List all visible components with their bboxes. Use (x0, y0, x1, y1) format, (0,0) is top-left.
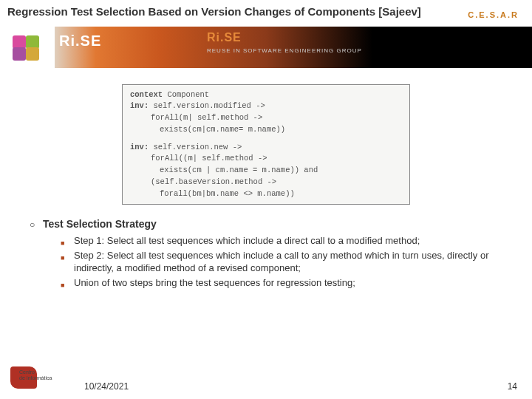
puzzle-piece-icon (13, 47, 26, 61)
code-line: forall(bm|bm.name <> m.name)) (130, 188, 402, 200)
code-line: forAll(m| self.method -> (130, 112, 402, 124)
bullet-square-icon: ■ (61, 253, 74, 262)
code-keyword: inv: (130, 101, 149, 110)
code-line: exists(cm | cm.name = m.name)) and (130, 165, 402, 177)
bullet-circle-icon: ○ (30, 219, 43, 230)
code-block: context Component inv: self.version.modi… (122, 84, 410, 205)
puzzle-piece-icon (26, 47, 39, 61)
banner: Ri.SE Ri.SE REUSE IN SOFTWARE ENGINEERIN… (0, 27, 532, 68)
code-keyword: context (130, 90, 163, 99)
footer-logo: Centro de Informática (10, 366, 55, 392)
footer-logo-text: Centro de Informática (19, 369, 52, 381)
step-text: Step 1: Select all test sequences which … (74, 234, 420, 248)
bullet-square-icon: ■ (61, 281, 74, 290)
footer-date: 10/24/2021 (84, 381, 129, 392)
section-heading: Test Selection Strategy (43, 218, 157, 230)
puzzle-piece-icon (13, 35, 26, 49)
slide-title: Regression Test Selection Based on Versi… (0, 0, 532, 22)
page-number: 14 (508, 381, 517, 392)
bullet-square-icon: ■ (61, 239, 74, 248)
footer-logo-line: de Informática (19, 375, 52, 381)
footer: Centro de Informática 10/24/2021 14 (0, 366, 532, 392)
puzzle-piece-icon (26, 35, 39, 49)
footer-logo-line: Centro (19, 369, 52, 375)
rise-logo-right: Ri.SE (207, 31, 242, 44)
code-text: self.version.new -> (149, 143, 242, 151)
code-line: (self.baseVersion.method -> (130, 177, 402, 188)
code-line: forAll((m| self.method -> (130, 153, 402, 165)
code-text: self.version.modified -> (149, 101, 265, 110)
code-text: Component (163, 90, 209, 99)
section-heading-row: ○ Test Selection Strategy (30, 218, 510, 230)
code-keyword: inv: (130, 143, 149, 151)
step-text: Union of two steps bring the test sequen… (74, 276, 355, 290)
puzzle-logo (0, 27, 55, 68)
list-item: ■ Step 1: Select all test sequences whic… (61, 234, 502, 248)
steps-list: ■ Step 1: Select all test sequences whic… (30, 234, 510, 289)
rise-logo-left: Ri.SE (59, 33, 101, 50)
step-text: Step 2: Select all test sequences which … (74, 249, 502, 275)
content-area: ○ Test Selection Strategy ■ Step 1: Sele… (0, 205, 532, 289)
code-line: exists(cm|cm.name= m.name)) (130, 124, 402, 136)
banner-subtitle: REUSE IN SOFTWARE ENGINEERING GROUP (207, 47, 362, 54)
list-item: ■ Step 2: Select all test sequences whic… (61, 249, 502, 275)
list-item: ■ Union of two steps bring the test sequ… (61, 276, 502, 290)
cesar-logo: C.E.S.A.R (468, 10, 519, 19)
